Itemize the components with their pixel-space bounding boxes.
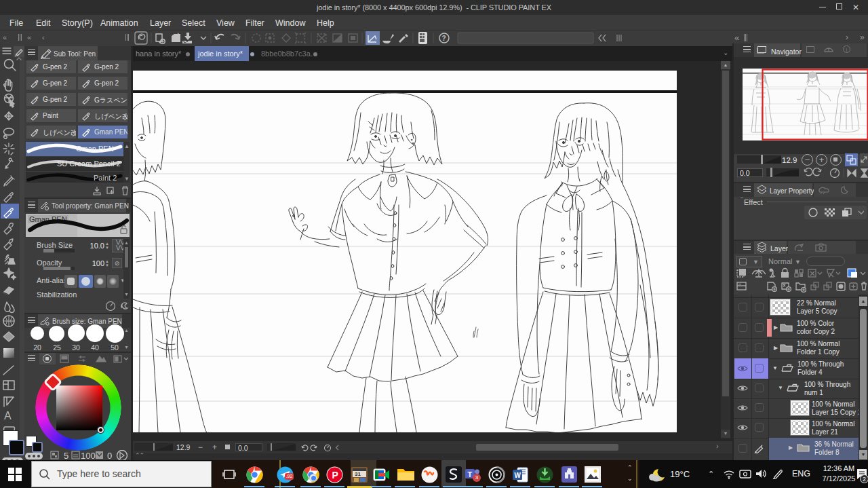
svg-text:W: W bbox=[515, 472, 521, 479]
svg-text:?: ? bbox=[442, 35, 446, 42]
svg-text:100: 100 bbox=[81, 451, 96, 461]
svg-text:A: A bbox=[4, 410, 12, 421]
svg-text:31: 31 bbox=[355, 471, 361, 477]
svg-text:P: P bbox=[332, 470, 338, 481]
svg-text:5: 5 bbox=[64, 451, 68, 461]
svg-text:0: 0 bbox=[107, 451, 112, 461]
svg-text:T: T bbox=[468, 470, 473, 478]
